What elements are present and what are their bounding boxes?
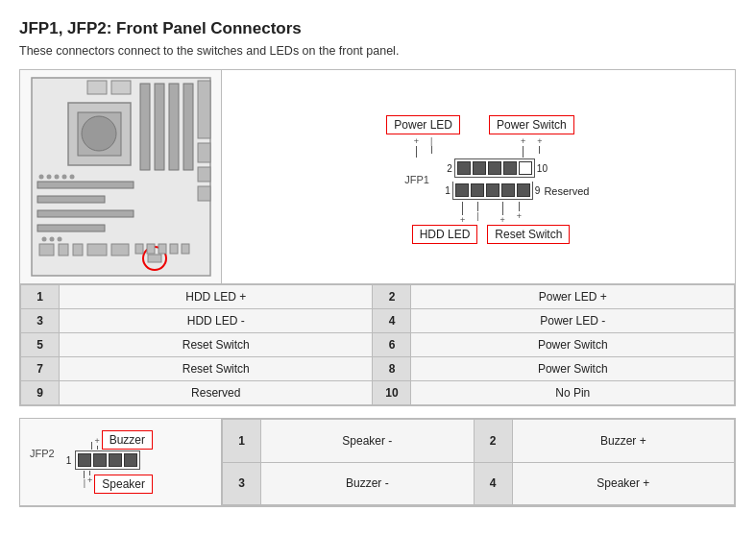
table-row: 1 Speaker - 2 Buzzer +: [223, 420, 735, 463]
pin-number: 3: [223, 462, 261, 505]
page-description: These connectors connect to the switches…: [19, 44, 736, 58]
pin-number: 4: [474, 462, 512, 505]
reset-switch-label: Reset Switch: [487, 225, 570, 244]
jfp1-pin-table: 1 HDD LED + 2 Power LED + 3 HDD LED - 4 …: [20, 284, 735, 405]
pin-number: 8: [373, 357, 411, 381]
pin-cell: [486, 183, 499, 197]
table-row: 3 HDD LED - 4 Power LED -: [21, 309, 735, 333]
svg-rect-34: [147, 244, 155, 254]
table-row: 7 Reset Switch 8 Power Switch: [21, 357, 735, 381]
svg-rect-13: [37, 225, 105, 231]
table-row: 1 HDD LED + 2 Power LED +: [21, 285, 735, 309]
pin-label: Power LED +: [411, 285, 735, 309]
pin-label: Power Switch: [411, 357, 735, 381]
pin-cell: [457, 161, 471, 175]
pin-number: 9: [21, 381, 60, 405]
svg-point-26: [57, 237, 61, 242]
jfp2-diagram: JFP2 + Buzzer: [20, 419, 222, 505]
speaker-label: Speaker: [94, 475, 153, 494]
power-switch-label: Power Switch: [489, 115, 574, 134]
pin-label: Buzzer -: [261, 462, 475, 505]
jfp2-section: JFP2 + Buzzer: [19, 418, 736, 507]
svg-rect-11: [37, 196, 105, 203]
jfp1-connector-label: JFP1: [404, 174, 429, 185]
svg-rect-1: [87, 81, 107, 94]
pin-number: 2: [373, 285, 411, 309]
svg-rect-6: [183, 84, 193, 170]
jfp2-pin: [109, 453, 122, 467]
svg-rect-15: [59, 244, 68, 256]
pin-number: 7: [21, 357, 60, 381]
svg-point-21: [54, 175, 59, 180]
svg-point-20: [46, 175, 51, 180]
svg-rect-35: [158, 244, 166, 254]
svg-point-25: [49, 237, 54, 242]
pin-cell: [519, 161, 532, 175]
svg-rect-14: [39, 244, 54, 256]
svg-rect-17: [87, 244, 107, 256]
pin-cell: [501, 183, 515, 197]
svg-rect-12: [37, 210, 134, 217]
table-row: 3 Buzzer - 4 Speaker +: [223, 462, 735, 505]
jfp1-connector-diagram: Power LED + |: [222, 70, 735, 283]
pin-cell: [503, 161, 517, 175]
pin-number: 1: [21, 285, 60, 309]
pin-number: 2: [474, 420, 512, 463]
pin-label: No Pin: [411, 381, 735, 405]
pin-cell: [473, 161, 486, 175]
pin-label: Power Switch: [411, 333, 735, 357]
svg-rect-37: [182, 244, 189, 254]
pin-cell: [517, 183, 530, 197]
jfp2-pin: [124, 453, 137, 467]
reserved-label: Reserved: [544, 185, 589, 197]
svg-rect-32: [198, 186, 210, 201]
jfp2-pin: [78, 453, 91, 467]
pin-label: HDD LED -: [60, 309, 373, 333]
svg-point-24: [41, 237, 46, 242]
pin-number: 3: [21, 309, 60, 333]
svg-rect-5: [169, 84, 179, 170]
pin-label: Buzzer +: [512, 420, 734, 463]
svg-rect-31: [198, 167, 210, 182]
svg-rect-29: [198, 81, 210, 138]
svg-rect-18: [111, 244, 129, 256]
svg-rect-4: [155, 84, 164, 170]
pin-cell: [471, 183, 484, 197]
svg-rect-3: [140, 84, 150, 170]
svg-rect-2: [111, 81, 131, 94]
page-title: JFP1, JFP2: Front Panel Connectors: [19, 19, 736, 38]
pin-number: 10: [373, 381, 411, 405]
pin-label: Reset Switch: [60, 333, 373, 357]
pin-number: 5: [21, 333, 60, 357]
pin-number: 4: [373, 309, 411, 333]
pin-label: Speaker -: [261, 420, 475, 463]
jfp2-label: JFP2: [30, 448, 55, 459]
jfp1-section: Power LED + |: [19, 69, 736, 406]
svg-point-19: [38, 175, 43, 180]
svg-rect-28: [148, 255, 161, 262]
svg-rect-33: [135, 244, 143, 254]
pin-number: 1: [223, 420, 261, 463]
svg-point-9: [82, 116, 116, 151]
hdd-led-label: HDD LED: [412, 225, 478, 244]
svg-rect-16: [73, 244, 83, 256]
jfp2-pin-table: 1 Speaker - 2 Buzzer + 3 Buzzer - 4 Spea…: [222, 419, 735, 505]
power-led-label: Power LED: [386, 115, 460, 134]
pin-cell: [455, 183, 469, 197]
pin-label: Reserved: [60, 381, 373, 405]
pin-label: Power LED -: [411, 309, 735, 333]
table-row: 9 Reserved 10 No Pin: [21, 381, 735, 405]
pin-cell: [488, 161, 501, 175]
buzzer-label: Buzzer: [102, 430, 153, 450]
pin-label: Reset Switch: [60, 357, 373, 381]
pin-label: Speaker +: [512, 462, 734, 505]
svg-rect-36: [170, 244, 178, 254]
svg-rect-30: [198, 143, 210, 162]
svg-rect-10: [37, 182, 134, 188]
jfp2-pin: [93, 453, 107, 467]
svg-point-22: [61, 175, 66, 180]
pin-number: 6: [373, 333, 411, 357]
table-row: 5 Reset Switch 6 Power Switch: [21, 333, 735, 357]
motherboard-image: [20, 70, 222, 283]
svg-point-23: [69, 175, 74, 180]
